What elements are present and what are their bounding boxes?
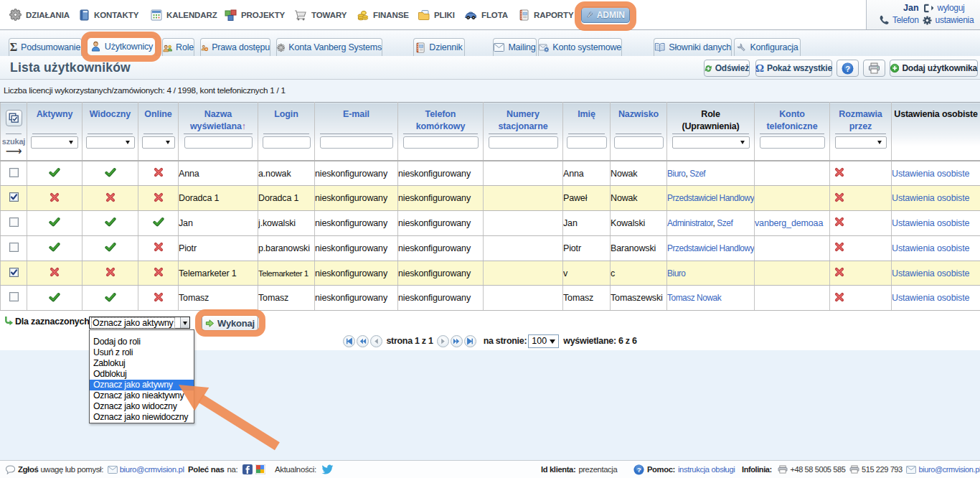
svg-text:?: ? [845, 64, 850, 72]
svg-text:?: ? [637, 466, 641, 474]
